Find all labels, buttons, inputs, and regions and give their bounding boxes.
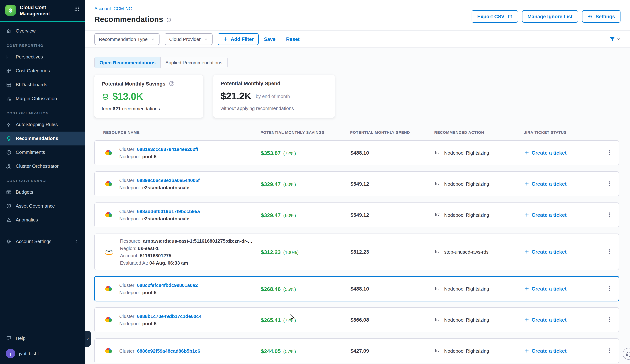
row-menu-button[interactable]: [606, 348, 613, 354]
create-ticket-label: Create a ticket: [532, 348, 566, 354]
table-row[interactable]: aws Resource: arn:aws:rds:us-east-1:5116…: [94, 233, 619, 270]
create-ticket-button[interactable]: Create a ticket: [524, 348, 599, 354]
resource-field-label: Cluster:: [119, 208, 137, 214]
info-icon[interactable]: [166, 17, 172, 22]
tab-open-recommendations[interactable]: Open Recommendations: [95, 57, 160, 68]
row-menu-button[interactable]: [606, 285, 613, 292]
app-title: Cloud Cost Management: [20, 5, 56, 17]
row-menu-button[interactable]: [606, 248, 613, 255]
svg-text:aws: aws: [106, 249, 112, 253]
create-ticket-button[interactable]: Create a ticket: [524, 286, 599, 292]
sidebar-bottom: Help j jyoti.bisht: [0, 331, 85, 364]
main-area: Account: CCM-NG Recommendations Export C…: [85, 0, 630, 364]
recommended-action-icon: [435, 181, 441, 187]
sidebar-item-recommendations[interactable]: Recommendations: [0, 132, 85, 146]
question-icon[interactable]: [169, 80, 175, 87]
table-row[interactable]: Cluster: 68898c064e3e2ba0e544005fNodepoo…: [94, 172, 619, 196]
gear-icon: [588, 14, 592, 19]
sidebar-item-cost-categories[interactable]: Cost Categories: [0, 64, 85, 78]
create-ticket-button[interactable]: Create a ticket: [524, 212, 599, 218]
sidebar-item-label: Margin Obfuscation: [16, 96, 57, 101]
sidebar-item-anomalies[interactable]: Anomalies: [0, 213, 85, 227]
recommended-action-icon: [435, 212, 441, 218]
chevron-right-icon: [74, 239, 79, 244]
savings-amount: $244.05: [261, 348, 280, 354]
user-name: jyoti.bisht: [19, 351, 39, 356]
settings-button[interactable]: Settings: [582, 10, 620, 23]
savings-amount: $265.41: [261, 317, 280, 323]
potential-monthly-savings-card: Potential Monthly Savings $13.0K from 62…: [94, 75, 203, 118]
spend-amount: $488.10: [350, 150, 435, 156]
row-menu-button[interactable]: [606, 181, 613, 187]
column-header-resource-name: RESOURCE NAME: [103, 130, 260, 135]
card-title: Potential Monthly Spend: [220, 80, 280, 86]
create-ticket-button[interactable]: Create a ticket: [524, 249, 599, 255]
create-ticket-button[interactable]: Create a ticket: [524, 150, 599, 156]
recommendation-type-dropdown[interactable]: Recommendation Type: [94, 33, 160, 45]
table-row[interactable]: Cluster: 688c2fefc84fbdc99801a0a2Nodepoo…: [94, 276, 619, 301]
recommended-action-icon: [435, 348, 441, 354]
recommended-action-icon: [435, 317, 441, 323]
apps-grid-icon[interactable]: [74, 6, 80, 12]
row-menu-button[interactable]: [606, 212, 613, 218]
sidebar-section-label: COST REPORTING: [0, 38, 85, 50]
column-header-jira-ticket-status: JIRA TICKET STATUS: [524, 130, 599, 135]
save-filter-button[interactable]: Save: [264, 36, 276, 42]
cloud-provider-dropdown[interactable]: Cloud Provider: [165, 33, 213, 45]
add-filter-button[interactable]: Add Filter: [218, 33, 259, 45]
resource-link[interactable]: 6888b1c70e49db17c1de60c4: [137, 313, 202, 319]
column-header-potential-monthly-spend: POTENTIAL MONTHLY SPEND: [350, 130, 434, 135]
resource-value: pool-5: [142, 154, 156, 159]
sidebar-item-label: Recommendations: [16, 136, 58, 141]
manage-ignore-list-button[interactable]: Manage Ignore List: [522, 10, 578, 23]
spend-amount-suffix: by end of month: [256, 94, 290, 99]
sidebar-item-budgets[interactable]: Budgets: [0, 185, 85, 199]
row-menu-button[interactable]: [606, 317, 613, 323]
divider: [280, 35, 281, 43]
budgets-icon: [6, 189, 12, 195]
tab-applied-recommendations[interactable]: Applied Recommendations: [160, 57, 227, 68]
create-ticket-button[interactable]: Create a ticket: [524, 181, 599, 187]
sidebar-item-bi-dashboards[interactable]: BI Dashboards: [0, 78, 85, 92]
savings-coins-icon: [102, 93, 109, 100]
sidebar-nav: Overview COST REPORTING Perspectives Cos…: [0, 22, 85, 227]
sidebar-item-commitments[interactable]: Commitments: [0, 146, 85, 159]
resource-link[interactable]: 688add6fb019b17f9bccb95a: [137, 208, 200, 214]
resource-link[interactable]: 6881a3ccc887941a4ee202ff: [137, 146, 198, 152]
sidebar-item-overview[interactable]: Overview: [0, 24, 85, 38]
row-menu-button[interactable]: [606, 150, 613, 156]
resource-field-label: Cluster:: [119, 146, 137, 152]
resource-value: pool-5: [142, 290, 156, 295]
create-ticket-button[interactable]: Create a ticket: [524, 317, 599, 323]
table-row[interactable]: Cluster: 6888b1c70e49db17c1de60c4Nodepoo…: [94, 307, 619, 332]
filter-panel-toggle[interactable]: [609, 36, 620, 42]
sidebar-item-cluster-orchestrator[interactable]: Cluster Orchestrator: [0, 159, 85, 173]
sidebar-item-autostopping-rules[interactable]: AutoStopping Rules: [0, 118, 85, 132]
help-label: Help: [16, 335, 26, 341]
dropdown-label: Recommendation Type: [99, 36, 148, 42]
sidebar-collapse-handle[interactable]: ‹: [85, 331, 91, 347]
savings-percentage: (60%): [283, 182, 296, 187]
sidebar-item-label: Overview: [16, 28, 36, 34]
table-row[interactable]: Cluster: 6886e92f59a48cad86b5b1c6 $244.0…: [94, 339, 619, 363]
table-row[interactable]: Cluster: 688add6fb019b17f9bccb95aNodepoo…: [94, 202, 619, 227]
column-header-recommended-action: RECOMMENDED ACTION: [434, 130, 524, 135]
sidebar-item-label: Cost Categories: [16, 68, 50, 74]
plus-icon: [524, 212, 530, 217]
sidebar-item-help[interactable]: Help: [0, 331, 85, 345]
account-breadcrumb[interactable]: Account: CCM-NG: [94, 6, 132, 11]
reset-filter-button[interactable]: Reset: [286, 36, 300, 42]
sidebar-item-margin-obfuscation[interactable]: Margin Obfuscation: [0, 92, 85, 106]
user-menu[interactable]: j jyoti.bisht: [0, 345, 85, 362]
resource-link[interactable]: 68898c064e3e2ba0e544005f: [137, 178, 200, 183]
export-csv-button[interactable]: Export CSV: [472, 10, 518, 23]
resource-value: e2standar4autoscale: [142, 216, 189, 221]
sidebar-item-account-settings[interactable]: Account Settings: [0, 235, 85, 248]
sidebar-item-perspectives[interactable]: Perspectives: [0, 50, 85, 64]
resource-link[interactable]: 688c2fefc84fbdc99801a0a2: [137, 282, 198, 288]
resource-link[interactable]: 6886e92f59a48cad86b5b1c6: [137, 348, 200, 354]
table-row[interactable]: Cluster: 6881a3ccc887941a4ee202ffNodepoo…: [94, 140, 619, 165]
sidebar-item-asset-governance[interactable]: Asset Governance: [0, 199, 85, 213]
export-csv-label: Export CSV: [477, 14, 504, 19]
recommended-action-label: Nodepool Rightsizing: [444, 181, 489, 186]
